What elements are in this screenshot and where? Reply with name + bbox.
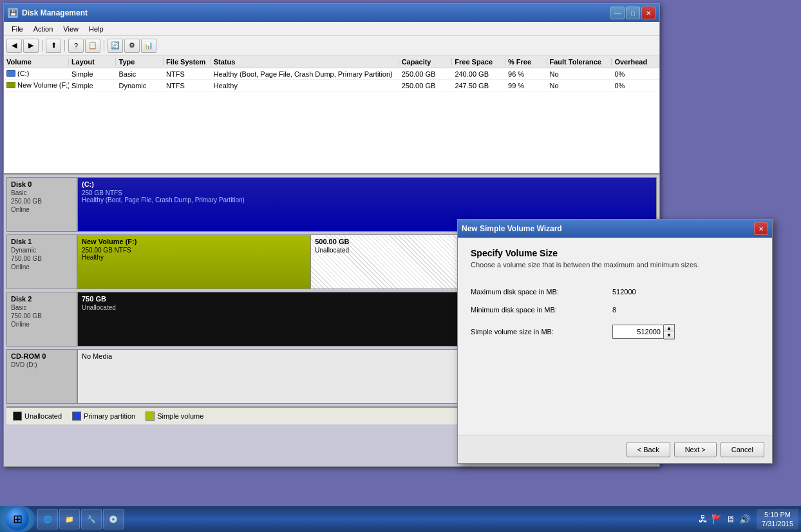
toolbar-forward-button[interactable]: ▶ bbox=[23, 39, 39, 53]
wizard-heading: Specify Volume Size bbox=[471, 248, 759, 258]
col-header-capacity: Capacity bbox=[399, 58, 453, 66]
wizard-min-label: Minimum disk space in MB: bbox=[471, 306, 612, 314]
toolbar-refresh-button[interactable]: 🔄 bbox=[108, 39, 123, 53]
start-button[interactable]: ⊞ bbox=[0, 506, 35, 532]
wizard-next-button[interactable]: Next > bbox=[674, 442, 717, 457]
toolbar-separator-1 bbox=[42, 40, 42, 52]
partition-c-sub: 250 GB NTFS bbox=[82, 189, 652, 196]
window-icon: 💾 bbox=[8, 8, 18, 18]
flag-icon: 🚩 bbox=[711, 514, 722, 524]
col-header-fs: File System bbox=[164, 58, 211, 66]
toolbar-chart-button[interactable]: 📊 bbox=[141, 39, 156, 53]
col-header-type: Type bbox=[116, 58, 164, 66]
table-row[interactable]: (C:) Simple Basic NTFS Healthy (Boot, Pa… bbox=[4, 68, 659, 80]
table-header: Volume Layout Type File System Status Ca… bbox=[4, 55, 659, 68]
menu-bar: File Action View Help bbox=[4, 22, 659, 36]
start-orb-icon: ⊞ bbox=[6, 508, 29, 531]
disk-2-status: Online bbox=[11, 321, 73, 328]
spinner-down-button[interactable]: ▼ bbox=[664, 332, 674, 339]
toolbar-back-button[interactable]: ◀ bbox=[6, 39, 22, 53]
taskbar: ⊞ 🌐 📁 🔧 💿 🖧 🚩 🖥 🔊 5:10 PM 7/31/2015 bbox=[0, 506, 801, 532]
col-header-layout: Layout bbox=[69, 58, 117, 66]
network-icon: 🖧 bbox=[699, 514, 708, 524]
wizard-size-input[interactable] bbox=[612, 325, 664, 339]
disk-1-size: 750.00 GB bbox=[11, 255, 73, 262]
toolbar-properties-button[interactable]: 📋 bbox=[85, 39, 100, 53]
tray-icons: 🖧 🚩 🖥 🔊 bbox=[693, 514, 755, 524]
cell-fs-0: NTFS bbox=[164, 70, 211, 78]
toolbar-help-button[interactable]: ? bbox=[68, 39, 84, 53]
toolbar-settings-button[interactable]: ⚙ bbox=[124, 39, 140, 53]
taskbar-btn-diskmgmt[interactable]: 💿 bbox=[103, 509, 124, 529]
menu-action[interactable]: Action bbox=[28, 24, 59, 34]
partition-f-status: Healthy bbox=[82, 254, 306, 261]
cell-type-0: Basic bbox=[116, 70, 164, 78]
disk-2-size: 750.00 GB bbox=[11, 312, 73, 319]
disk-0-size: 250.00 GB bbox=[11, 198, 73, 205]
tools-icon: 🔧 bbox=[87, 515, 96, 524]
menu-file[interactable]: File bbox=[6, 24, 28, 34]
toolbar-up-button[interactable]: ⬆ bbox=[46, 39, 61, 53]
wizard-back-button[interactable]: < Back bbox=[627, 442, 670, 457]
legend-simple-box bbox=[146, 412, 155, 421]
taskbar-btn-explorer[interactable]: 📁 bbox=[59, 509, 80, 529]
wizard-input-row: Simple volume size in MB: ▲ ▼ bbox=[471, 324, 759, 339]
taskbar-apps: 🌐 📁 🔧 💿 bbox=[35, 509, 126, 529]
disk-volume-icon bbox=[6, 82, 15, 88]
taskbar-btn-tools[interactable]: 🔧 bbox=[81, 509, 102, 529]
menu-help[interactable]: Help bbox=[84, 24, 109, 34]
explorer-icon: 📁 bbox=[65, 515, 74, 524]
legend-unalloc-box bbox=[13, 412, 22, 421]
partition-c-label: (C:) bbox=[82, 180, 652, 188]
legend-primary-box bbox=[72, 412, 81, 421]
cell-type-1: Dynamic bbox=[116, 82, 164, 90]
clock-area[interactable]: 5:10 PM 7/31/2015 bbox=[757, 509, 798, 530]
disk-0-status: Online bbox=[11, 206, 73, 213]
partition-f-sub: 250.00 GB NTFS bbox=[82, 247, 306, 254]
ie-icon: 🌐 bbox=[43, 515, 52, 524]
maximize-button[interactable]: □ bbox=[626, 6, 640, 19]
wizard-content: Specify Volume Size Choose a volume size… bbox=[458, 238, 772, 360]
legend-unalloc-label: Unallocated bbox=[24, 412, 62, 420]
disk-1-type: Dynamic bbox=[11, 247, 73, 254]
wizard-cancel-button[interactable]: Cancel bbox=[721, 442, 764, 457]
wizard-input-group: ▲ ▼ bbox=[612, 324, 675, 339]
wizard-titlebar: New Simple Volume Wizard ✕ bbox=[458, 220, 772, 238]
cell-free-1: 247.50 GB bbox=[452, 82, 505, 90]
minimize-button[interactable]: — bbox=[610, 6, 625, 19]
cell-status-1: Healthy bbox=[211, 82, 399, 90]
table-row[interactable]: New Volume (F:) Simple Dynamic NTFS Heal… bbox=[4, 80, 659, 91]
cell-capacity-1: 250.00 GB bbox=[399, 82, 453, 90]
cell-fault-0: No bbox=[547, 70, 612, 78]
window-controls: — □ ✕ bbox=[610, 6, 655, 19]
partition-f[interactable]: New Volume (F:) 250.00 GB NTFS Healthy bbox=[78, 235, 310, 289]
audio-icon: 🔊 bbox=[739, 514, 750, 524]
legend-simple: Simple volume bbox=[146, 412, 203, 421]
window-titlebar: 💾 Disk Management — □ ✕ bbox=[4, 4, 659, 22]
wizard-spinner: ▲ ▼ bbox=[664, 324, 675, 339]
taskbar-tray: 🖧 🚩 🖥 🔊 5:10 PM 7/31/2015 bbox=[693, 509, 801, 530]
wizard-min-value: 8 bbox=[612, 306, 616, 314]
menu-view[interactable]: View bbox=[58, 24, 84, 34]
cdrom-name: CD-ROM 0 bbox=[11, 352, 73, 360]
spinner-up-button[interactable]: ▲ bbox=[664, 325, 674, 332]
diskmgmt-icon: 💿 bbox=[109, 515, 118, 524]
taskbar-btn-ie[interactable]: 🌐 bbox=[37, 509, 58, 529]
cell-layout-0: Simple bbox=[69, 70, 117, 78]
wizard-max-value: 512000 bbox=[612, 288, 636, 296]
wizard-sub: Choose a volume size that is between the… bbox=[471, 261, 759, 269]
wizard-dialog: New Simple Volume Wizard ✕ Specify Volum… bbox=[457, 219, 773, 464]
cell-free-0: 240.00 GB bbox=[452, 70, 505, 78]
cell-fs-1: NTFS bbox=[164, 82, 211, 90]
wizard-title: New Simple Volume Wizard bbox=[462, 224, 754, 233]
close-button[interactable]: ✕ bbox=[641, 6, 655, 19]
disk-0-type: Basic bbox=[11, 189, 73, 196]
wizard-field-max: Maximum disk space in MB: 512000 bbox=[471, 288, 759, 296]
wizard-close-button[interactable]: ✕ bbox=[754, 222, 768, 235]
window-title: Disk Management bbox=[22, 8, 610, 17]
legend-primary-label: Primary partition bbox=[84, 412, 135, 420]
disk-1-name: Disk 1 bbox=[11, 238, 73, 245]
cell-overhead-1: 0% bbox=[612, 82, 659, 90]
col-header-volume: Volume bbox=[4, 58, 69, 66]
toolbar-separator-2 bbox=[64, 40, 65, 52]
